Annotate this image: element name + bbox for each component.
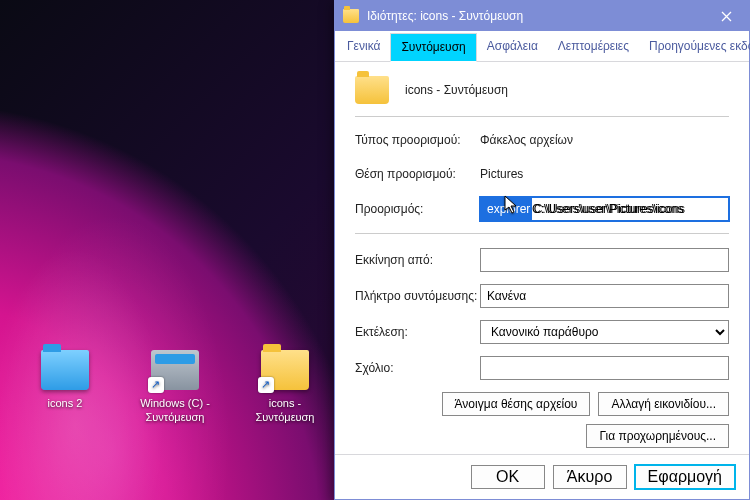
close-button[interactable] [703,1,749,31]
folder-icon [355,76,389,104]
properties-dialog: Ιδιότητες: icons - Συντόμευση Γενικά Συν… [334,0,750,500]
target-type-label: Τύπος προορισμού: [355,133,480,147]
window-title: Ιδιότητες: icons - Συντόμευση [367,9,703,23]
desktop-icon-windows-c[interactable]: Windows (C) - Συντόμευση [130,350,220,425]
target-label: Προορισμός: [355,202,480,216]
desktop-icon-icons-shortcut[interactable]: icons - Συντόμευση [240,350,330,425]
folder-icon [41,350,89,390]
comment-label: Σχόλιο: [355,361,480,375]
dialog-body: icons - Συντόμευση Τύπος προορισμού: Φάκ… [335,62,749,454]
desktop-icons-group: icons 2 Windows (C) - Συντόμευση icons -… [20,350,330,425]
advanced-button[interactable]: Για προχωρημένους... [586,424,729,448]
cancel-button[interactable]: Άκυρο [553,465,627,489]
start-in-input[interactable] [480,248,729,272]
drive-icon [151,350,199,390]
shortcut-key-input[interactable] [480,284,729,308]
target-type-value: Φάκελος αρχείων [480,133,729,147]
tab-previous-versions[interactable]: Προηγούμενες εκδόσεις [639,33,750,61]
separator [355,233,729,234]
desktop-icon-label: Windows (C) - Συντόμευση [130,396,220,425]
apply-button[interactable]: Εφαρμογή [635,465,735,489]
shortcut-key-label: Πλήκτρο συντόμευσης: [355,289,480,303]
shortcut-overlay-icon [258,377,274,393]
folder-icon [343,9,359,23]
titlebar[interactable]: Ιδιότητες: icons - Συντόμευση [335,1,749,31]
ok-button[interactable]: OK [471,465,545,489]
tab-details[interactable]: Λεπτομέρειες [548,33,639,61]
run-select[interactable]: Κανονικό παράθυρο [480,320,729,344]
desktop-icon-icons2[interactable]: icons 2 [20,350,110,425]
run-label: Εκτέλεση: [355,325,480,339]
tab-security[interactable]: Ασφάλεια [477,33,548,61]
shortcut-name: icons - Συντόμευση [405,83,508,97]
comment-input[interactable] [480,356,729,380]
open-file-location-button[interactable]: Άνοιγμα θέσης αρχείου [442,392,591,416]
tab-strip: Γενικά Συντόμευση Ασφάλεια Λεπτομέρειες … [335,31,749,62]
tab-shortcut[interactable]: Συντόμευση [390,33,476,62]
desktop-icon-label: icons - Συντόμευση [240,396,330,425]
change-icon-button[interactable]: Αλλαγή εικονιδίου... [598,392,729,416]
tab-general[interactable]: Γενικά [337,33,390,61]
close-icon [721,11,732,22]
folder-icon [261,350,309,390]
dialog-footer: OK Άκυρο Εφαρμογή [335,454,749,499]
shortcut-overlay-icon [148,377,164,393]
desktop-icon-label: icons 2 [20,396,110,410]
start-in-label: Εκκίνηση από: [355,253,480,267]
target-location-value: Pictures [480,167,729,181]
target-input[interactable] [480,197,729,221]
target-location-label: Θέση προορισμού: [355,167,480,181]
